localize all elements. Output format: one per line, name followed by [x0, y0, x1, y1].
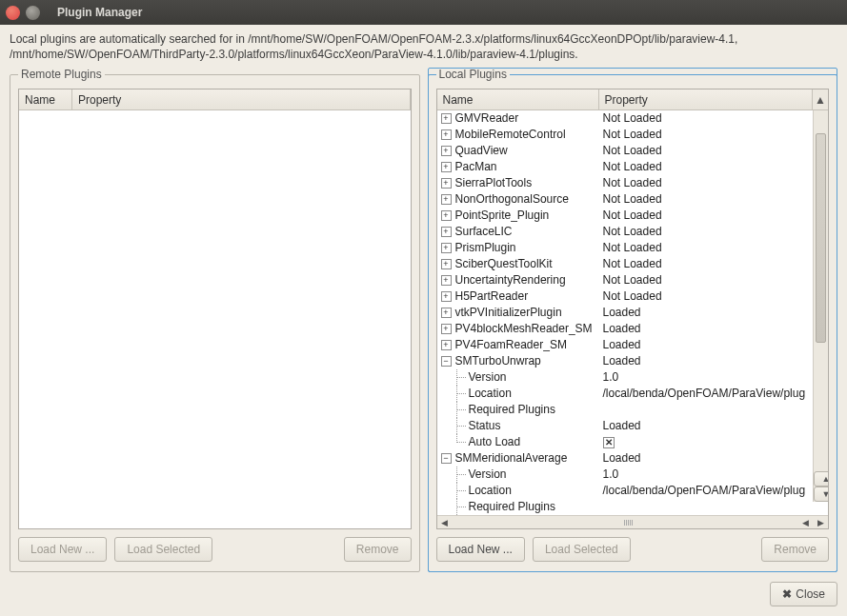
- window-minimize-icon[interactable]: [26, 6, 40, 20]
- column-name[interactable]: Name: [19, 89, 72, 109]
- close-button[interactable]: ✖ Close: [770, 582, 837, 606]
- scroll-right-button[interactable]: ▶: [813, 518, 828, 527]
- expand-icon[interactable]: +: [441, 243, 452, 253]
- scrollbar-thumb[interactable]: [816, 133, 826, 343]
- tree-cell-property: Loaded: [599, 321, 814, 337]
- scroll-left-button[interactable]: ◀: [437, 518, 453, 527]
- plugin-row[interactable]: +H5PartReaderNot Loaded: [437, 288, 814, 305]
- plugin-name: SMTurboUnwrap: [455, 353, 541, 369]
- horizontal-scrollbar[interactable]: ◀ ◀ ▶: [437, 515, 829, 528]
- property-name: Version: [469, 467, 507, 483]
- remote-remove-button[interactable]: Remove: [344, 537, 412, 562]
- tree-cell-name: +PV4blockMeshReader_SM: [437, 321, 599, 337]
- expand-icon[interactable]: +: [441, 146, 452, 156]
- plugin-row[interactable]: +NonOrthogonalSourceNot Loaded: [437, 191, 814, 208]
- local-tree-header: Name Property ▲: [437, 89, 829, 110]
- plugin-property-row[interactable]: StatusLoaded: [437, 418, 814, 434]
- close-icon: ✖: [782, 587, 792, 601]
- plugin-name: SurfaceLIC: [455, 224, 513, 240]
- scroll-left2-button[interactable]: ◀: [797, 518, 813, 527]
- remote-plugins-legend: Remote Plugins: [18, 68, 105, 81]
- scroll-up-button[interactable]: ▲: [814, 471, 828, 487]
- tree-cell-name: Location: [437, 386, 599, 402]
- plugin-row[interactable]: −SMMeridionalAverageLoaded: [437, 450, 814, 467]
- local-remove-button[interactable]: Remove: [761, 537, 829, 562]
- plugin-row[interactable]: +GMVReaderNot Loaded: [437, 110, 814, 127]
- plugin-row[interactable]: +vtkPVInitializerPluginLoaded: [437, 305, 814, 321]
- remote-plugin-tree[interactable]: Name Property: [18, 89, 412, 529]
- column-property[interactable]: Property: [599, 89, 814, 109]
- plugin-property-row[interactable]: Location/local/benda/OpenFOAM/ParaView/p…: [437, 483, 814, 499]
- expand-icon[interactable]: +: [441, 178, 452, 189]
- plugin-property-row[interactable]: Location/local/benda/OpenFOAM/ParaView/p…: [437, 386, 814, 402]
- tree-cell-property: Loaded: [599, 418, 814, 434]
- plugin-property-row[interactable]: Version1.0: [437, 369, 814, 386]
- plugin-name: MobileRemoteControl: [455, 127, 566, 143]
- plugin-name: H5PartReader: [455, 288, 529, 305]
- tree-cell-name: +PV4FoamReader_SM: [437, 337, 599, 353]
- expand-icon[interactable]: +: [441, 210, 452, 221]
- vertical-scrollbar[interactable]: ▲ ▼: [813, 110, 828, 502]
- plugin-property-row[interactable]: Required Plugins: [437, 499, 814, 515]
- remote-load-selected-button[interactable]: Load Selected: [114, 537, 212, 562]
- plugin-row[interactable]: +UncertaintyRenderingNot Loaded: [437, 272, 814, 288]
- window-close-icon[interactable]: [6, 6, 20, 20]
- plugin-row[interactable]: +PrismPluginNot Loaded: [437, 240, 814, 256]
- local-plugin-tree[interactable]: Name Property ▲ +GMVReaderNot Loaded+Mob…: [436, 89, 830, 529]
- property-name: Version: [469, 369, 507, 386]
- plugin-name: NonOrthogonalSource: [455, 191, 569, 208]
- expand-icon[interactable]: +: [441, 340, 452, 350]
- tree-cell-name: Required Plugins: [437, 499, 599, 515]
- expand-icon[interactable]: +: [441, 113, 452, 124]
- collapse-icon[interactable]: −: [441, 356, 452, 367]
- tree-branch-icon: [452, 499, 469, 515]
- column-name[interactable]: Name: [437, 89, 599, 109]
- expand-icon[interactable]: +: [441, 162, 452, 172]
- autoload-checkbox[interactable]: ✕: [603, 437, 615, 448]
- plugin-row[interactable]: +SurfaceLICNot Loaded: [437, 224, 814, 240]
- plugin-row[interactable]: +PacManNot Loaded: [437, 159, 814, 175]
- tree-cell-name: +H5PartReader: [437, 288, 599, 305]
- tree-cell-name: +PointSprite_Plugin: [437, 208, 599, 224]
- tree-cell-name: +UncertaintyRendering: [437, 272, 599, 288]
- tree-cell-name: +PacMan: [437, 159, 599, 175]
- plugin-property-row[interactable]: Required Plugins: [437, 402, 814, 418]
- expand-icon[interactable]: +: [441, 308, 452, 318]
- plugin-name: SierraPlotTools: [455, 175, 533, 191]
- plugin-property-row[interactable]: Auto Load✕: [437, 434, 814, 450]
- tree-cell-name: +MobileRemoteControl: [437, 127, 599, 143]
- column-property[interactable]: Property: [72, 89, 411, 109]
- expand-icon[interactable]: +: [441, 259, 452, 269]
- plugin-row[interactable]: −SMTurboUnwrapLoaded: [437, 353, 814, 369]
- expand-icon[interactable]: +: [441, 129, 452, 140]
- local-plugins-group: Local Plugins Name Property ▲ +GMVReader…: [428, 68, 838, 572]
- plugin-row[interactable]: +SciberQuestToolKitNot Loaded: [437, 256, 814, 272]
- tree-cell-property: Loaded: [599, 353, 814, 369]
- local-tree-body[interactable]: +GMVReaderNot Loaded+MobileRemoteControl…: [437, 110, 814, 515]
- plugin-row[interactable]: +QuadViewNot Loaded: [437, 143, 814, 159]
- tree-cell-property: Not Loaded: [599, 256, 814, 272]
- remote-load-new-button[interactable]: Load New ...: [18, 537, 107, 562]
- tree-cell-property: ✕: [599, 434, 814, 450]
- scroll-up-icon[interactable]: ▲: [813, 89, 828, 109]
- local-load-new-button[interactable]: Load New ...: [436, 537, 525, 562]
- tree-branch-icon: [452, 434, 469, 450]
- collapse-icon[interactable]: −: [441, 453, 452, 464]
- expand-icon[interactable]: +: [441, 194, 452, 205]
- plugin-row[interactable]: +SierraPlotToolsNot Loaded: [437, 175, 814, 191]
- expand-icon[interactable]: +: [441, 227, 452, 237]
- plugin-row[interactable]: +PV4blockMeshReader_SMLoaded: [437, 321, 814, 337]
- scroll-down-button[interactable]: ▼: [814, 487, 828, 502]
- plugin-property-row[interactable]: Version1.0: [437, 467, 814, 483]
- expand-icon[interactable]: +: [441, 324, 452, 334]
- expand-icon[interactable]: +: [441, 291, 452, 302]
- tree-cell-name: −SMMeridionalAverage: [437, 450, 599, 467]
- tree-cell-name: Location: [437, 483, 599, 499]
- plugin-row[interactable]: +PointSprite_PluginNot Loaded: [437, 208, 814, 224]
- tree-cell-property: [599, 402, 814, 418]
- plugin-name: PrismPlugin: [455, 240, 516, 256]
- local-load-selected-button[interactable]: Load Selected: [533, 537, 631, 562]
- plugin-row[interactable]: +PV4FoamReader_SMLoaded: [437, 337, 814, 353]
- expand-icon[interactable]: +: [441, 275, 452, 286]
- plugin-row[interactable]: +MobileRemoteControlNot Loaded: [437, 127, 814, 143]
